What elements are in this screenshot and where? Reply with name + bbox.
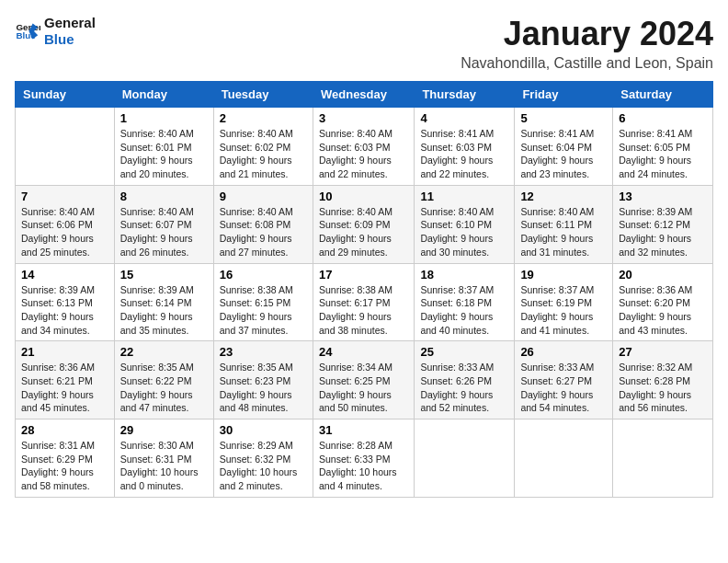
day-number: 26 — [520, 345, 607, 359]
calendar-week-row: 21Sunrise: 8:36 AM Sunset: 6:21 PM Dayli… — [16, 341, 713, 419]
header-cell-monday: Monday — [114, 82, 213, 108]
day-number: 14 — [21, 268, 108, 282]
day-info: Sunrise: 8:39 AM Sunset: 6:13 PM Dayligh… — [21, 283, 108, 338]
calendar-cell: 3Sunrise: 8:40 AM Sunset: 6:03 PM Daylig… — [313, 108, 414, 186]
day-info: Sunrise: 8:40 AM Sunset: 6:08 PM Dayligh… — [220, 205, 307, 259]
logo-text-line1: General — [44, 15, 96, 31]
day-number: 24 — [319, 345, 408, 359]
calendar-week-row: 7Sunrise: 8:40 AM Sunset: 6:06 PM Daylig… — [16, 185, 713, 263]
day-number: 15 — [120, 268, 208, 282]
calendar-cell: 10Sunrise: 8:40 AM Sunset: 6:09 PM Dayli… — [313, 185, 414, 263]
header-cell-friday: Friday — [515, 82, 613, 108]
calendar-cell: 2Sunrise: 8:40 AM Sunset: 6:02 PM Daylig… — [213, 108, 313, 186]
day-number: 30 — [220, 423, 307, 437]
calendar-cell: 26Sunrise: 8:33 AM Sunset: 6:27 PM Dayli… — [515, 341, 613, 419]
day-info: Sunrise: 8:40 AM Sunset: 6:01 PM Dayligh… — [120, 127, 208, 181]
day-info: Sunrise: 8:29 AM Sunset: 6:32 PM Dayligh… — [220, 439, 307, 493]
calendar-cell: 11Sunrise: 8:40 AM Sunset: 6:10 PM Dayli… — [415, 185, 515, 263]
day-number: 3 — [319, 111, 408, 125]
day-info: Sunrise: 8:32 AM Sunset: 6:28 PM Dayligh… — [619, 361, 707, 415]
calendar-cell: 5Sunrise: 8:41 AM Sunset: 6:04 PM Daylig… — [515, 108, 613, 186]
day-info: Sunrise: 8:40 AM Sunset: 6:03 PM Dayligh… — [319, 127, 408, 181]
calendar-cell: 19Sunrise: 8:37 AM Sunset: 6:19 PM Dayli… — [515, 263, 613, 341]
calendar-header-row: SundayMondayTuesdayWednesdayThursdayFrid… — [16, 82, 713, 108]
calendar-cell: 1Sunrise: 8:40 AM Sunset: 6:01 PM Daylig… — [114, 108, 213, 186]
day-number: 5 — [520, 111, 607, 125]
calendar-cell: 8Sunrise: 8:40 AM Sunset: 6:07 PM Daylig… — [114, 185, 213, 263]
day-number: 31 — [319, 423, 408, 437]
day-info: Sunrise: 8:41 AM Sunset: 6:05 PM Dayligh… — [619, 127, 707, 181]
calendar-cell — [613, 419, 713, 498]
day-number: 29 — [120, 423, 208, 437]
logo: General Blue General Blue — [15, 15, 96, 48]
day-info: Sunrise: 8:38 AM Sunset: 6:17 PM Dayligh… — [319, 283, 408, 338]
calendar-cell: 13Sunrise: 8:39 AM Sunset: 6:12 PM Dayli… — [613, 185, 713, 263]
day-info: Sunrise: 8:35 AM Sunset: 6:22 PM Dayligh… — [120, 361, 208, 415]
day-info: Sunrise: 8:40 AM Sunset: 6:10 PM Dayligh… — [420, 205, 508, 259]
day-number: 28 — [21, 423, 108, 437]
day-info: Sunrise: 8:36 AM Sunset: 6:21 PM Dayligh… — [21, 361, 108, 415]
calendar-cell: 4Sunrise: 8:41 AM Sunset: 6:03 PM Daylig… — [415, 108, 515, 186]
day-number: 6 — [619, 111, 707, 125]
day-number: 22 — [120, 345, 208, 359]
header-cell-thursday: Thursday — [415, 82, 515, 108]
day-info: Sunrise: 8:36 AM Sunset: 6:20 PM Dayligh… — [619, 283, 707, 338]
calendar-cell: 17Sunrise: 8:38 AM Sunset: 6:17 PM Dayli… — [313, 263, 414, 341]
day-number: 10 — [319, 190, 408, 203]
day-number: 8 — [120, 190, 208, 203]
day-number: 7 — [21, 190, 108, 203]
calendar-cell: 9Sunrise: 8:40 AM Sunset: 6:08 PM Daylig… — [213, 185, 313, 263]
calendar-cell: 18Sunrise: 8:37 AM Sunset: 6:18 PM Dayli… — [415, 263, 515, 341]
calendar-cell: 30Sunrise: 8:29 AM Sunset: 6:32 PM Dayli… — [213, 419, 313, 498]
day-number: 27 — [619, 345, 707, 359]
day-info: Sunrise: 8:39 AM Sunset: 6:14 PM Dayligh… — [120, 283, 208, 338]
logo-icon: General Blue — [15, 18, 40, 44]
day-info: Sunrise: 8:30 AM Sunset: 6:31 PM Dayligh… — [120, 439, 208, 493]
day-number: 25 — [420, 345, 508, 359]
logo-text-line2: Blue — [44, 31, 96, 48]
day-info: Sunrise: 8:41 AM Sunset: 6:04 PM Dayligh… — [520, 127, 607, 181]
day-info: Sunrise: 8:37 AM Sunset: 6:18 PM Dayligh… — [420, 283, 508, 338]
day-info: Sunrise: 8:34 AM Sunset: 6:25 PM Dayligh… — [319, 361, 408, 415]
header-cell-wednesday: Wednesday — [313, 82, 414, 108]
calendar-cell: 29Sunrise: 8:30 AM Sunset: 6:31 PM Dayli… — [114, 419, 213, 498]
calendar-cell: 31Sunrise: 8:28 AM Sunset: 6:33 PM Dayli… — [313, 419, 414, 498]
day-info: Sunrise: 8:40 AM Sunset: 6:06 PM Dayligh… — [21, 205, 108, 259]
day-number: 16 — [220, 268, 307, 282]
month-title: January 2024 — [461, 15, 713, 53]
header-cell-tuesday: Tuesday — [213, 82, 313, 108]
calendar-body: 1Sunrise: 8:40 AM Sunset: 6:01 PM Daylig… — [16, 108, 713, 498]
day-info: Sunrise: 8:31 AM Sunset: 6:29 PM Dayligh… — [21, 439, 108, 493]
calendar-cell: 28Sunrise: 8:31 AM Sunset: 6:29 PM Dayli… — [16, 419, 115, 498]
calendar-week-row: 28Sunrise: 8:31 AM Sunset: 6:29 PM Dayli… — [16, 419, 713, 498]
header: General Blue General Blue January 2024 N… — [15, 15, 713, 72]
calendar-cell: 25Sunrise: 8:33 AM Sunset: 6:26 PM Dayli… — [415, 341, 515, 419]
day-info: Sunrise: 8:40 AM Sunset: 6:07 PM Dayligh… — [120, 205, 208, 259]
day-info: Sunrise: 8:39 AM Sunset: 6:12 PM Dayligh… — [619, 205, 707, 259]
day-info: Sunrise: 8:41 AM Sunset: 6:03 PM Dayligh… — [420, 127, 508, 181]
calendar-cell: 7Sunrise: 8:40 AM Sunset: 6:06 PM Daylig… — [16, 185, 115, 263]
calendar-cell: 22Sunrise: 8:35 AM Sunset: 6:22 PM Dayli… — [114, 341, 213, 419]
calendar-cell: 16Sunrise: 8:38 AM Sunset: 6:15 PM Dayli… — [213, 263, 313, 341]
header-cell-saturday: Saturday — [613, 82, 713, 108]
day-number: 2 — [220, 111, 307, 125]
day-info: Sunrise: 8:37 AM Sunset: 6:19 PM Dayligh… — [520, 283, 607, 338]
calendar-cell: 6Sunrise: 8:41 AM Sunset: 6:05 PM Daylig… — [613, 108, 713, 186]
calendar-table: SundayMondayTuesdayWednesdayThursdayFrid… — [15, 81, 713, 498]
day-number: 13 — [619, 190, 707, 203]
day-number: 9 — [220, 190, 307, 203]
day-number: 12 — [520, 190, 607, 203]
day-number: 11 — [420, 190, 508, 203]
header-cell-sunday: Sunday — [16, 82, 115, 108]
day-number: 23 — [220, 345, 307, 359]
calendar-cell: 20Sunrise: 8:36 AM Sunset: 6:20 PM Dayli… — [613, 263, 713, 341]
title-area: January 2024 Navahondilla, Castille and … — [461, 15, 713, 72]
calendar-cell — [515, 419, 613, 498]
day-number: 17 — [319, 268, 408, 282]
calendar-cell: 14Sunrise: 8:39 AM Sunset: 6:13 PM Dayli… — [16, 263, 115, 341]
day-info: Sunrise: 8:33 AM Sunset: 6:26 PM Dayligh… — [420, 361, 508, 415]
day-number: 19 — [520, 268, 607, 282]
day-number: 21 — [21, 345, 108, 359]
calendar-week-row: 14Sunrise: 8:39 AM Sunset: 6:13 PM Dayli… — [16, 263, 713, 341]
calendar-cell: 15Sunrise: 8:39 AM Sunset: 6:14 PM Dayli… — [114, 263, 213, 341]
